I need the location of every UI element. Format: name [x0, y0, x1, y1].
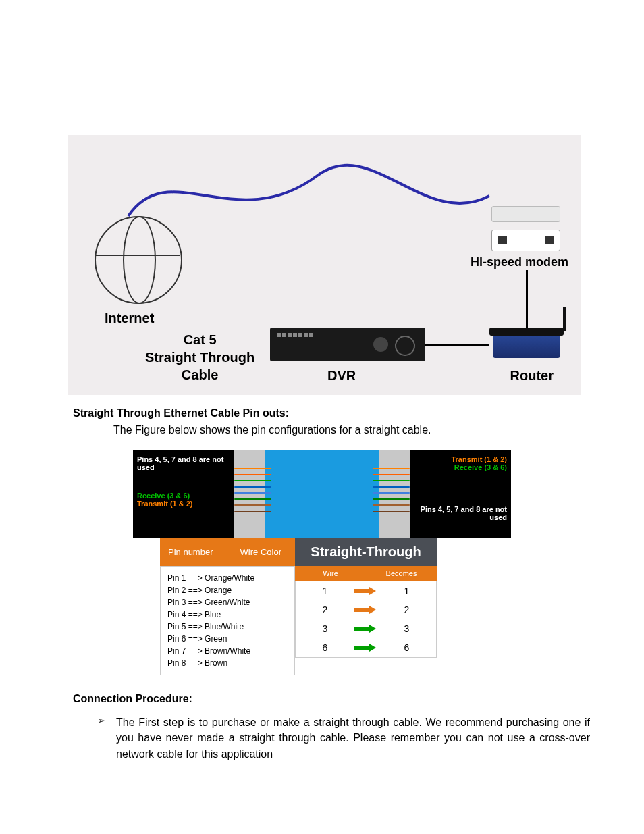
- st-to: 6: [377, 642, 436, 653]
- st-subheader: Wire Becomes: [295, 566, 437, 581]
- cable-label-line2: Straight Through: [145, 348, 254, 366]
- pin-row: Pin 1 ==> Orange/White: [167, 572, 288, 584]
- dvr-leds: [277, 333, 344, 338]
- pinouts-heading: Straight Through Ethernet Cable Pin outs…: [73, 407, 644, 419]
- router-icon: [493, 331, 560, 358]
- pin-number-header: Pin number: [160, 547, 240, 557]
- left-pins-note: Pins 4, 5, 7 and 8 are not used: [137, 455, 230, 471]
- right-receive-label: Receive (3 & 6): [414, 463, 507, 471]
- st-becomes-header: Becomes: [366, 569, 437, 577]
- arrow-icon: [354, 644, 377, 652]
- arrow-icon: [354, 587, 377, 595]
- pin-color-table: Pin number Wire Color Pin 1 ==> Orange/W…: [160, 538, 295, 675]
- cable-body: [265, 450, 379, 538]
- pinouts-body: The Figure below shows the pin configura…: [113, 422, 590, 438]
- st-row: 2 2: [296, 600, 436, 619]
- modem-icon-bottom: [491, 230, 560, 251]
- st-to: 3: [377, 623, 436, 634]
- wire-color-header: Wire Color: [240, 547, 295, 557]
- cable-cross-section: Pins 4, 5, 7 and 8 are not used Receive …: [133, 450, 511, 538]
- right-wires: [373, 463, 410, 517]
- modem-router-line: [526, 270, 528, 328]
- left-transmit-label: Transmit (1 & 2): [137, 500, 230, 508]
- st-to: 2: [377, 604, 436, 615]
- dvr-label: DVR: [327, 368, 356, 384]
- list-item-text: The First step is to purchase or make a …: [116, 714, 590, 762]
- pin-row: Pin 5 ==> Blue/White: [167, 621, 288, 633]
- right-pins-note: Pins 4, 5, 7 and 8 are not used: [414, 505, 507, 521]
- pin-row: Pin 7 ==> Brown/White: [167, 645, 288, 657]
- right-transmit-label: Transmit (1 & 2): [414, 455, 507, 463]
- straight-through-table: Straight-Through Wire Becomes 1 1 2 2: [295, 538, 437, 675]
- left-connector-labels: Pins 4, 5, 7 and 8 are not used Receive …: [133, 450, 234, 538]
- right-connector-labels: Transmit (1 & 2) Receive (3 & 6) Pins 4,…: [410, 450, 511, 538]
- network-topology-diagram: Internet Cat 5 Straight Through Cable DV…: [68, 135, 581, 395]
- pin-color-body: Pin 1 ==> Orange/White Pin 2 ==> Orange …: [160, 566, 295, 675]
- arrow-icon: [354, 625, 377, 633]
- router-label: Router: [510, 368, 554, 384]
- st-wire-header: Wire: [295, 569, 366, 577]
- pin-row: Pin 6 ==> Green: [167, 633, 288, 645]
- internet-label: Internet: [105, 311, 154, 326]
- pinout-tables: Pin number Wire Color Pin 1 ==> Orange/W…: [133, 538, 511, 675]
- st-row: 3 3: [296, 619, 436, 638]
- st-from: 1: [296, 585, 354, 596]
- dvr-router-line: [425, 344, 489, 346]
- procedure-heading: Connection Procedure:: [73, 693, 644, 705]
- pin-row: Pin 4 ==> Blue: [167, 608, 288, 621]
- st-body: 1 1 2 2 3 3 6: [295, 581, 437, 658]
- pinout-diagram: Pins 4, 5, 7 and 8 are not used Receive …: [133, 450, 511, 675]
- cable-label-line3: Cable: [145, 366, 254, 384]
- pin-row: Pin 8 ==> Brown: [167, 657, 288, 669]
- cable-label-line1: Cat 5: [145, 331, 254, 348]
- st-from: 3: [296, 623, 354, 634]
- pin-color-header: Pin number Wire Color: [160, 538, 295, 566]
- left-receive-label: Receive (3 & 6): [137, 492, 230, 500]
- document-page: Internet Cat 5 Straight Through Cable DV…: [0, 135, 644, 762]
- globe-icon: [95, 216, 182, 304]
- list-item: ➢ The First step is to purchase or make …: [97, 714, 590, 762]
- pin-row: Pin 3 ==> Green/White: [167, 596, 288, 608]
- st-header: Straight-Through: [295, 538, 437, 566]
- bullet-icon: ➢: [97, 714, 116, 762]
- arrow-icon: [354, 606, 377, 614]
- left-wires: [234, 463, 271, 517]
- st-from: 6: [296, 642, 354, 653]
- pin-row: Pin 2 ==> Orange: [167, 584, 288, 596]
- procedure-list: ➢ The First step is to purchase or make …: [97, 714, 590, 762]
- modem-label: Hi-speed modem: [471, 255, 568, 269]
- st-row: 6 6: [296, 638, 436, 657]
- st-row: 1 1: [296, 581, 436, 600]
- cable-label: Cat 5 Straight Through Cable: [145, 331, 254, 384]
- st-from: 2: [296, 604, 354, 615]
- modem-icon-top: [491, 206, 560, 222]
- st-to: 1: [377, 585, 436, 596]
